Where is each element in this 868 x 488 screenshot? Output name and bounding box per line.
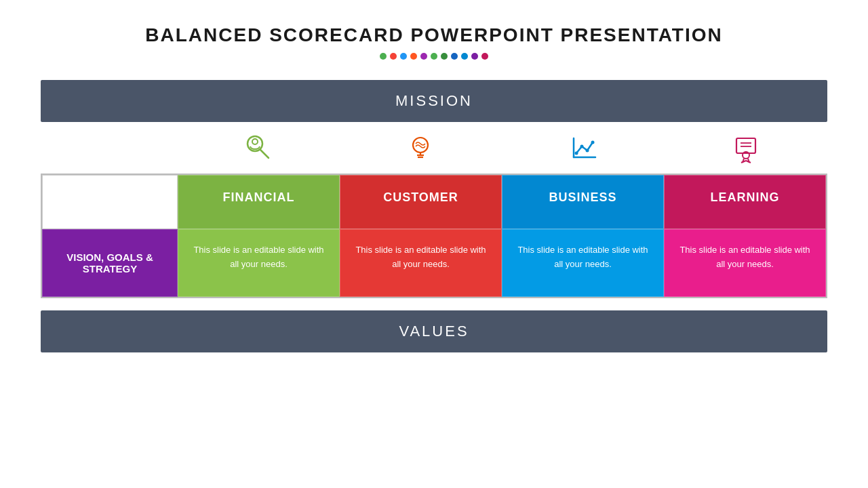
- dot-7: [441, 53, 448, 60]
- icon-cell-empty: [41, 122, 176, 174]
- dot-3: [400, 53, 407, 60]
- learning-icon: [730, 131, 762, 164]
- content-row: VISION, GOALS & STRATEGY This slide is a…: [42, 229, 826, 297]
- icon-cell-financial: [176, 122, 339, 174]
- header-financial: FINANCIAL: [178, 175, 340, 229]
- financial-icon: [241, 131, 274, 164]
- svg-rect-13: [736, 138, 755, 153]
- dot-4: [410, 53, 417, 60]
- dots-row: [145, 53, 722, 60]
- icons-row: [41, 122, 827, 174]
- customer-icon: [404, 131, 437, 164]
- content-business: This slide is an editable slide with all…: [502, 229, 664, 297]
- header-business: BUSINESS: [502, 175, 664, 229]
- svg-point-1: [252, 139, 258, 144]
- mission-bar: MISSION: [41, 80, 827, 122]
- svg-point-9: [575, 152, 578, 155]
- dot-1: [380, 53, 387, 60]
- content-financial: This slide is an editable slide with all…: [178, 229, 340, 297]
- svg-line-2: [260, 150, 269, 158]
- icon-cell-learning: [665, 122, 827, 174]
- svg-point-12: [591, 141, 595, 144]
- dot-10: [471, 53, 478, 60]
- content-customer: This slide is an editable slide with all…: [340, 229, 502, 297]
- icon-cell-customer: [339, 122, 502, 174]
- dot-8: [451, 53, 458, 60]
- svg-point-10: [580, 145, 584, 148]
- main-title: BALANCED SCORECARD POWERPOINT PRESENTATI…: [145, 24, 722, 46]
- header-learning: LEARNING: [664, 175, 826, 229]
- scorecard-table: FINANCIAL CUSTOMER BUSINESS LEARNING VIS…: [41, 174, 827, 298]
- content-learning: This slide is an editable slide with all…: [664, 229, 826, 297]
- svg-point-3: [413, 138, 428, 152]
- svg-line-20: [746, 161, 751, 163]
- title-section: BALANCED SCORECARD POWERPOINT PRESENTATI…: [145, 24, 722, 60]
- header-left-empty: [42, 175, 178, 229]
- icon-cell-business: [502, 122, 665, 174]
- dot-5: [420, 53, 427, 60]
- content-wrapper: MISSION: [41, 80, 827, 352]
- svg-line-19: [741, 161, 746, 163]
- headers-row: FINANCIAL CUSTOMER BUSINESS LEARNING: [42, 175, 826, 229]
- dot-11: [481, 53, 488, 60]
- vision-label: VISION, GOALS & STRATEGY: [42, 229, 178, 297]
- dot-2: [390, 53, 397, 60]
- header-customer: CUSTOMER: [340, 175, 502, 229]
- business-icon: [567, 131, 599, 164]
- values-bar: VALUES: [41, 310, 827, 352]
- svg-point-11: [586, 149, 589, 152]
- dot-9: [461, 53, 468, 60]
- dot-6: [431, 53, 437, 60]
